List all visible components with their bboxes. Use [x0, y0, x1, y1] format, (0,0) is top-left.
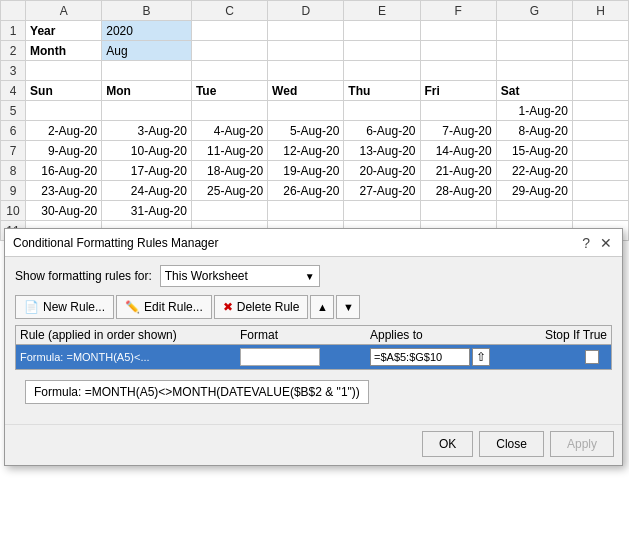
cell-f7: 14-Aug-20 [420, 141, 496, 161]
table-row: 8 16-Aug-20 17-Aug-20 18-Aug-20 19-Aug-2… [1, 161, 629, 181]
range-select-button[interactable]: ⇧ [472, 348, 490, 366]
ok-button[interactable]: OK [422, 431, 473, 457]
rules-table: Rule (applied in order shown) Format App… [15, 325, 612, 370]
chevron-down-icon: ▼ [305, 271, 315, 282]
apply-button[interactable]: Apply [550, 431, 614, 457]
cell-e6: 6-Aug-20 [344, 121, 420, 141]
edit-rule-icon: ✏️ [125, 300, 140, 314]
cell-b1[interactable]: 2020 [102, 21, 192, 41]
cell-d1 [268, 21, 344, 41]
cell-b6: 3-Aug-20 [102, 121, 192, 141]
col-header-c: C [191, 1, 267, 21]
cell-h5 [572, 101, 628, 121]
rules-table-header: Rule (applied in order shown) Format App… [16, 326, 611, 345]
cell-d9: 26-Aug-20 [268, 181, 344, 201]
cell-g7: 15-Aug-20 [496, 141, 572, 161]
toolbar-row: 📄 New Rule... ✏️ Edit Rule... ✖ Delete R… [15, 295, 612, 319]
cell-b9: 24-Aug-20 [102, 181, 192, 201]
cell-f6: 7-Aug-20 [420, 121, 496, 141]
cell-h3 [572, 61, 628, 81]
applies-to-input[interactable] [370, 348, 470, 366]
cell-b8: 17-Aug-20 [102, 161, 192, 181]
cell-g4: Sat [496, 81, 572, 101]
cell-e1 [344, 21, 420, 41]
cell-c4: Tue [191, 81, 267, 101]
row-num: 7 [1, 141, 26, 161]
table-row: 4 Sun Mon Tue Wed Thu Fri Sat [1, 81, 629, 101]
cell-h10 [572, 201, 628, 221]
col-header-e: E [344, 1, 420, 21]
dialog-body: Show formatting rules for: This Workshee… [5, 257, 622, 420]
table-row: 9 23-Aug-20 24-Aug-20 25-Aug-20 26-Aug-2… [1, 181, 629, 201]
rule-format [240, 348, 370, 366]
cell-b4: Mon [102, 81, 192, 101]
conditional-formatting-dialog: Conditional Formatting Rules Manager ? ✕… [4, 228, 623, 466]
dialog-title: Conditional Formatting Rules Manager [13, 236, 218, 250]
rule-formula: Formula: =MONTH(A5)<... [20, 351, 240, 363]
col-format-header: Format [240, 328, 370, 342]
cell-c2 [191, 41, 267, 61]
rule-stop-if-true [537, 350, 607, 364]
dialog-titlebar: Conditional Formatting Rules Manager ? ✕ [5, 229, 622, 257]
show-rules-dropdown[interactable]: This Worksheet ▼ [160, 265, 320, 287]
cell-a3 [26, 61, 102, 81]
delete-rule-button[interactable]: ✖ Delete Rule [214, 295, 309, 319]
delete-rule-label: Delete Rule [237, 300, 300, 314]
close-icon[interactable]: ✕ [598, 236, 614, 250]
cell-b2[interactable]: Aug [102, 41, 192, 61]
help-button[interactable]: ? [580, 236, 592, 250]
table-row: 5 1-Aug-20 [1, 101, 629, 121]
move-down-button[interactable]: ▼ [336, 295, 360, 319]
cell-a2[interactable]: Month [26, 41, 102, 61]
cell-g2 [496, 41, 572, 61]
cell-c5 [191, 101, 267, 121]
row-num: 3 [1, 61, 26, 81]
rule-row[interactable]: Formula: =MONTH(A5)<... ⇧ [16, 345, 611, 369]
cell-g1 [496, 21, 572, 41]
show-rules-label: Show formatting rules for: [15, 269, 152, 283]
spreadsheet: A B C D E F G H 1 Year 2020 2 Month Aug [0, 0, 629, 241]
cell-c1 [191, 21, 267, 41]
formula-tooltip: Formula: =MONTH(A5)<>MONTH(DATEVALUE($B$… [25, 380, 369, 404]
cell-a1[interactable]: Year [26, 21, 102, 41]
cell-f2 [420, 41, 496, 61]
cell-f8: 21-Aug-20 [420, 161, 496, 181]
cell-e4: Thu [344, 81, 420, 101]
cell-a8: 16-Aug-20 [26, 161, 102, 181]
cell-h4 [572, 81, 628, 101]
table-row: 2 Month Aug [1, 41, 629, 61]
up-arrow-icon: ▲ [317, 301, 328, 313]
table-row: 1 Year 2020 [1, 21, 629, 41]
cell-a10: 30-Aug-20 [26, 201, 102, 221]
cell-c9: 25-Aug-20 [191, 181, 267, 201]
new-rule-icon: 📄 [24, 300, 39, 314]
cell-e8: 20-Aug-20 [344, 161, 420, 181]
move-up-button[interactable]: ▲ [310, 295, 334, 319]
col-header-b: B [102, 1, 192, 21]
show-rules-row: Show formatting rules for: This Workshee… [15, 265, 612, 287]
cell-c3 [191, 61, 267, 81]
edit-rule-button[interactable]: ✏️ Edit Rule... [116, 295, 212, 319]
cell-b7: 10-Aug-20 [102, 141, 192, 161]
cell-c10 [191, 201, 267, 221]
cell-c7: 11-Aug-20 [191, 141, 267, 161]
cell-h7 [572, 141, 628, 161]
cell-b10: 31-Aug-20 [102, 201, 192, 221]
cell-e7: 13-Aug-20 [344, 141, 420, 161]
cell-h6 [572, 121, 628, 141]
cell-f5 [420, 101, 496, 121]
dialog-title-controls: ? ✕ [580, 236, 614, 250]
col-header-d: D [268, 1, 344, 21]
applies-input-container: ⇧ [370, 348, 537, 366]
col-stop-header: Stop If True [537, 328, 607, 342]
cell-d6: 5-Aug-20 [268, 121, 344, 141]
cell-e2 [344, 41, 420, 61]
close-button[interactable]: Close [479, 431, 544, 457]
cell-g8: 22-Aug-20 [496, 161, 572, 181]
cell-g5: 1-Aug-20 [496, 101, 572, 121]
cell-d4: Wed [268, 81, 344, 101]
corner-header [1, 1, 26, 21]
new-rule-button[interactable]: 📄 New Rule... [15, 295, 114, 319]
stop-if-true-checkbox[interactable] [585, 350, 599, 364]
new-rule-label: New Rule... [43, 300, 105, 314]
